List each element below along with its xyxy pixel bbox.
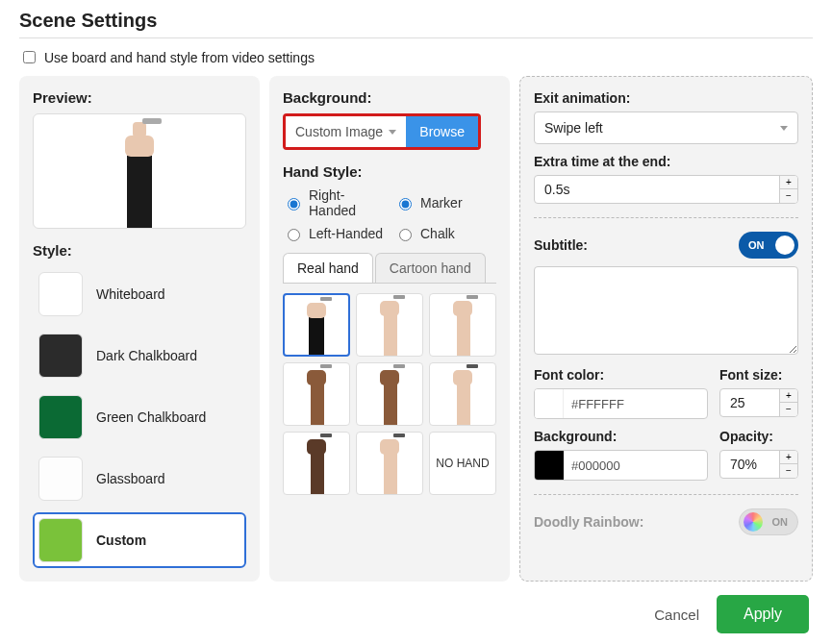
svg-rect-9 [393,295,405,299]
font-size-label: Font size: [719,367,798,383]
radio-marker-input[interactable] [399,198,412,211]
background-label: Background: [283,89,496,106]
background-selected-text: Custom Image [295,124,383,139]
font-color-value: #FFFFFF [564,389,707,418]
background-panel: Background: Custom Image Browse Hand Sty… [269,76,510,582]
opacity-value[interactable]: 70% [720,451,779,478]
hand-option-2[interactable] [356,293,423,357]
rainbow-toggle: ON [739,508,798,535]
tab-real-hand[interactable]: Real hand [283,253,373,283]
hand-option-1[interactable] [283,293,350,357]
style-item-glassboard[interactable]: Glassboard [33,451,246,507]
swatch-custom [38,518,83,562]
swatch-whiteboard [38,272,83,316]
radio-right-handed-input[interactable] [288,198,300,211]
exit-animation-label: Exit animation: [534,90,798,106]
spinner: + − [779,389,797,416]
bg-color-label: Background: [534,429,708,444]
style-item-label: Whiteboard [96,286,165,302]
style-item-whiteboard[interactable]: Whiteboard [33,266,246,322]
svg-rect-21 [466,364,478,368]
spinner: + − [779,176,797,203]
style-item-green-chalkboard[interactable]: Green Chalkboard [33,389,246,445]
svg-rect-25 [384,453,397,495]
svg-rect-13 [311,384,324,426]
toggle-knob [775,235,794,255]
hand-option-6[interactable] [429,362,496,426]
font-size-value[interactable]: 25 [720,389,779,416]
divider [19,37,813,38]
radio-marker[interactable]: Marker [394,187,496,218]
svg-rect-0 [127,153,152,229]
svg-rect-4 [309,316,324,357]
hand-option-7[interactable] [283,432,350,495]
svg-rect-19 [457,384,470,426]
hand-option-5[interactable] [356,362,423,426]
hand-style-radios: Right-Handed Marker Left-Handed Chalk [283,187,496,241]
style-item-label: Dark Chalkboard [96,348,197,363]
opacity-label: Opacity: [719,429,798,444]
cancel-button[interactable]: Cancel [654,607,699,623]
style-item-custom[interactable]: Custom [33,512,246,568]
use-video-settings-checkbox[interactable] [23,51,36,63]
hand-option-4[interactable] [283,362,350,426]
svg-rect-6 [320,297,332,301]
svg-rect-16 [384,384,397,426]
bg-color-swatch [535,451,564,480]
radio-left-handed[interactable]: Left-Handed [283,226,385,241]
divider [534,494,798,495]
hand-option-3[interactable] [429,293,496,357]
subtitle-toggle[interactable]: ON [739,232,798,259]
svg-rect-1 [125,136,154,157]
extra-time-label: Extra time at the end: [534,154,798,169]
svg-rect-26 [380,439,399,455]
radio-right-handed[interactable]: Right-Handed [283,187,385,218]
style-item-dark-chalkboard[interactable]: Dark Chalkboard [33,328,246,384]
exit-animation-select[interactable]: Swipe left [534,111,798,144]
use-video-settings-row[interactable]: Use board and hand style from video sett… [19,48,813,66]
subtitle-textarea[interactable] [534,266,798,355]
spinner: + − [779,451,797,478]
preview-label: Preview: [33,89,246,106]
svg-rect-14 [307,370,326,385]
decrement-button[interactable]: − [780,464,797,478]
page-title: Scene Settings [19,10,813,32]
exit-panel: Exit animation: Swipe left Extra time at… [519,76,813,582]
radio-left-handed-input[interactable] [288,229,300,241]
radio-chalk[interactable]: Chalk [394,226,496,241]
decrement-button[interactable]: − [780,403,797,416]
increment-button[interactable]: + [780,389,797,403]
svg-rect-15 [320,364,332,368]
radio-chalk-input[interactable] [399,229,412,241]
hand-option-8[interactable] [356,432,423,495]
increment-button[interactable]: + [780,451,797,464]
opacity-field[interactable]: 70% + − [719,450,798,479]
svg-rect-23 [307,439,326,455]
svg-rect-11 [453,301,472,316]
background-select[interactable]: Custom Image [286,116,406,147]
style-item-label: Custom [96,533,146,548]
apply-button[interactable]: Apply [717,595,809,633]
use-video-settings-label: Use board and hand style from video sett… [44,50,315,65]
svg-rect-22 [311,453,324,495]
font-color-field[interactable]: #FFFFFF [534,388,708,419]
font-size-field[interactable]: 25 + − [719,388,798,417]
radio-label: Right-Handed [309,187,385,218]
svg-rect-10 [457,314,470,357]
bg-color-field[interactable]: #000000 [534,450,708,481]
bg-color-value: #000000 [564,451,707,480]
decrement-button[interactable]: − [780,189,797,203]
hand-option-no-hand[interactable]: NO HAND [429,432,496,495]
tab-cartoon-hand[interactable]: Cartoon hand [375,253,486,283]
increment-button[interactable]: + [780,176,797,189]
svg-rect-2 [133,122,146,137]
svg-rect-3 [142,118,162,124]
style-item-label: Green Chalkboard [96,409,206,425]
browse-button[interactable]: Browse [406,116,478,147]
extra-time-value[interactable]: 0.5s [535,176,779,203]
preview-box [33,113,246,229]
svg-rect-8 [380,301,399,316]
footer: Cancel Apply [19,582,813,633]
style-label: Style: [33,242,246,259]
extra-time-field[interactable]: 0.5s + − [534,175,798,204]
